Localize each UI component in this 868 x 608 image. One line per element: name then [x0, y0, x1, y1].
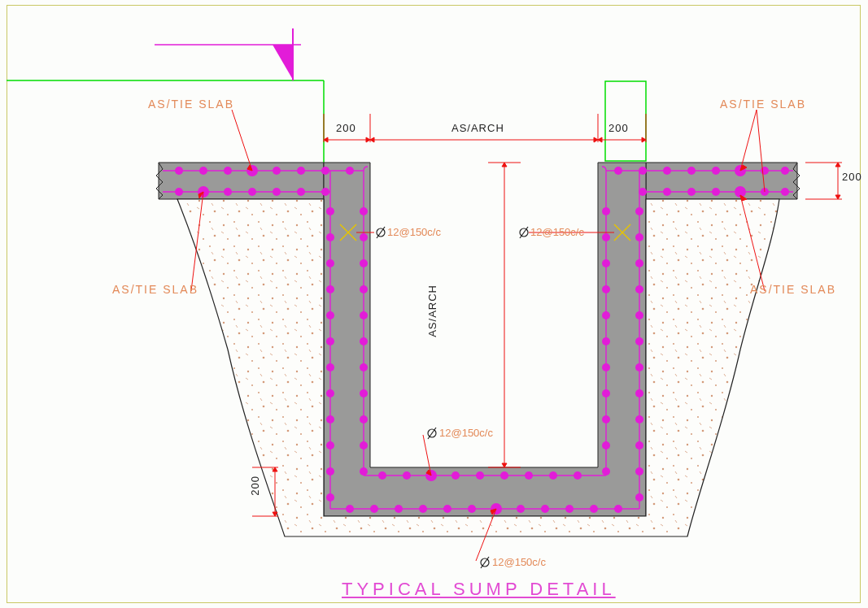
label-as-tie-slab-tl: AS/TIE SLAB	[148, 98, 234, 111]
svg-point-51	[326, 259, 334, 267]
svg-point-108	[443, 505, 451, 513]
rebar-base-top: 12@150c/c	[439, 427, 493, 439]
rebar-right-wall: 12@150c/c	[530, 226, 584, 238]
svg-point-20	[199, 167, 207, 175]
svg-point-109	[468, 505, 476, 513]
svg-point-105	[370, 505, 378, 513]
section-stub-right	[605, 81, 646, 161]
svg-point-33	[321, 188, 329, 196]
svg-point-29	[224, 188, 232, 196]
svg-point-72	[602, 207, 610, 215]
svg-point-36	[663, 167, 671, 175]
svg-point-34	[614, 167, 622, 175]
svg-point-95	[378, 471, 386, 480]
svg-point-83	[635, 207, 643, 215]
svg-point-43	[663, 188, 671, 196]
svg-point-37	[687, 167, 696, 175]
svg-point-100	[500, 471, 508, 480]
svg-point-86	[635, 285, 643, 293]
dim-as-arch-h: AS/ARCH	[451, 122, 504, 134]
svg-point-57	[326, 415, 334, 423]
svg-point-61	[360, 207, 368, 215]
svg-point-99	[476, 471, 484, 480]
label-as-tie-slab-tr: AS/TIE SLAB	[720, 98, 806, 111]
svg-point-48	[781, 188, 789, 196]
svg-point-59	[326, 467, 334, 476]
svg-point-84	[635, 233, 643, 241]
svg-point-102	[549, 471, 557, 480]
svg-point-23	[273, 167, 281, 175]
svg-point-112	[541, 505, 549, 513]
dim-as-arch-v: AS/ARCH	[426, 284, 438, 337]
svg-point-82	[602, 467, 610, 476]
svg-point-101	[525, 471, 533, 480]
svg-point-98	[451, 471, 460, 480]
svg-point-92	[635, 441, 643, 449]
svg-point-114	[590, 505, 598, 513]
svg-point-32	[297, 188, 305, 196]
svg-point-111	[517, 505, 525, 513]
svg-point-106	[395, 505, 403, 513]
svg-line-138	[232, 110, 252, 171]
svg-point-69	[360, 415, 368, 423]
svg-point-49	[326, 207, 334, 215]
svg-point-91	[635, 415, 643, 423]
svg-point-24	[297, 167, 305, 175]
svg-point-96	[403, 471, 411, 480]
dim-base-200: 200	[249, 476, 261, 496]
svg-point-76	[602, 311, 610, 319]
svg-point-85	[635, 259, 643, 267]
svg-point-35	[639, 167, 647, 175]
sump-concrete	[324, 163, 646, 516]
svg-point-50	[326, 233, 334, 241]
svg-point-103	[574, 471, 582, 480]
svg-point-67	[360, 363, 368, 371]
svg-point-79	[602, 389, 610, 397]
svg-point-107	[419, 505, 427, 513]
svg-point-27	[175, 188, 183, 196]
svg-point-65	[360, 311, 368, 319]
svg-point-60	[326, 493, 334, 502]
svg-point-71	[360, 467, 368, 476]
drawing-title: TYPICAL SUMP DETAIL	[342, 579, 616, 600]
svg-point-64	[360, 285, 368, 293]
svg-point-74	[602, 259, 610, 267]
svg-point-88	[635, 337, 643, 345]
section-marker-triangle	[273, 45, 293, 80]
svg-point-94	[635, 493, 643, 502]
svg-point-40	[761, 167, 769, 175]
label-as-tie-slab-bl: AS/TIE SLAB	[112, 283, 198, 296]
svg-point-42	[639, 188, 647, 196]
svg-point-19	[175, 167, 183, 175]
svg-point-52	[326, 285, 334, 293]
svg-point-93	[635, 467, 643, 476]
svg-point-56	[326, 389, 334, 397]
svg-point-30	[248, 188, 256, 196]
label-as-tie-slab-br: AS/TIE SLAB	[750, 283, 836, 296]
svg-point-31	[273, 188, 281, 196]
rebar-left-wall: 12@150c/c	[387, 226, 441, 238]
svg-point-38	[712, 167, 720, 175]
svg-point-62	[360, 233, 368, 241]
svg-point-41	[781, 167, 789, 175]
svg-point-45	[712, 188, 720, 196]
svg-point-25	[321, 167, 329, 175]
svg-point-54	[326, 337, 334, 345]
svg-point-77	[602, 337, 610, 345]
dim-slab-200: 200	[842, 171, 862, 183]
svg-point-66	[360, 337, 368, 345]
rebar-base-bottom: 12@150c/c	[492, 556, 546, 568]
dim-wall-right: 200	[608, 122, 629, 134]
dim-wall-left: 200	[336, 122, 356, 134]
svg-point-55	[326, 363, 334, 371]
svg-point-75	[602, 285, 610, 293]
svg-line-140	[740, 110, 757, 171]
svg-point-90	[635, 389, 643, 397]
svg-point-104	[346, 505, 354, 513]
svg-point-87	[635, 311, 643, 319]
svg-point-70	[360, 441, 368, 449]
svg-point-21	[224, 167, 232, 175]
svg-point-89	[635, 363, 643, 371]
svg-point-58	[326, 441, 334, 449]
svg-point-44	[687, 188, 696, 196]
